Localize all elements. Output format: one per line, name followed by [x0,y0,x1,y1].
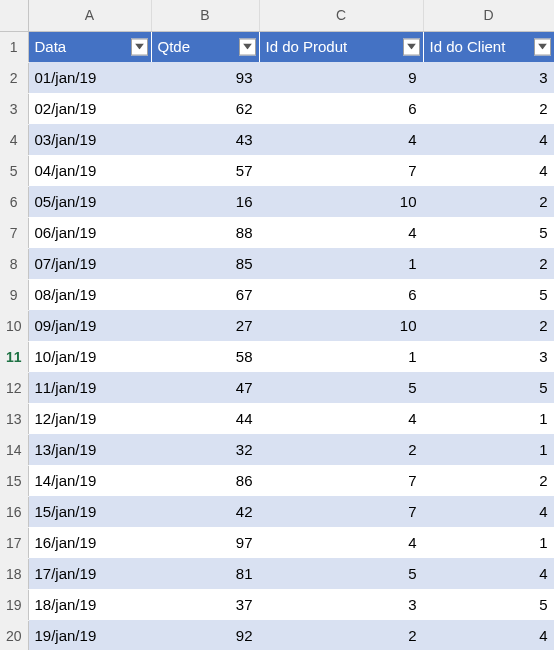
header-cell-data[interactable]: Data [28,31,151,62]
cell[interactable]: 10 [259,310,423,341]
cell[interactable]: 02/jan/19 [28,93,151,124]
row-header[interactable]: 10 [0,310,28,341]
cell[interactable]: 15/jan/19 [28,496,151,527]
cell[interactable]: 4 [423,155,554,186]
row-header[interactable]: 1 [0,31,28,62]
row-header[interactable]: 13 [0,403,28,434]
cell[interactable]: 14/jan/19 [28,465,151,496]
row-header[interactable]: 3 [0,93,28,124]
cell[interactable]: 2 [423,310,554,341]
cell[interactable]: 27 [151,310,259,341]
cell[interactable]: 4 [259,527,423,558]
cell[interactable]: 67 [151,279,259,310]
cell[interactable]: 5 [423,589,554,620]
cell[interactable]: 97 [151,527,259,558]
cell[interactable]: 5 [259,372,423,403]
cell[interactable]: 3 [423,341,554,372]
filter-dropdown-icon[interactable] [534,38,551,55]
column-header-b[interactable]: B [151,0,259,31]
cell[interactable]: 5 [259,558,423,589]
cell[interactable]: 7 [259,155,423,186]
cell[interactable]: 13/jan/19 [28,434,151,465]
cell[interactable]: 4 [259,403,423,434]
cell[interactable]: 3 [423,62,554,93]
cell[interactable]: 2 [423,465,554,496]
cell[interactable]: 3 [259,589,423,620]
header-cell-idproduto[interactable]: Id do Produt [259,31,423,62]
cell[interactable]: 43 [151,124,259,155]
header-cell-idcliente[interactable]: Id do Client [423,31,554,62]
cell[interactable]: 05/jan/19 [28,186,151,217]
row-header[interactable]: 17 [0,527,28,558]
filter-dropdown-icon[interactable] [239,38,256,55]
cell[interactable]: 5 [423,279,554,310]
cell[interactable]: 6 [259,93,423,124]
header-cell-qtde[interactable]: Qtde [151,31,259,62]
cell[interactable]: 1 [423,403,554,434]
cell[interactable]: 2 [423,93,554,124]
row-header[interactable]: 7 [0,217,28,248]
cell[interactable]: 11/jan/19 [28,372,151,403]
cell[interactable]: 16/jan/19 [28,527,151,558]
row-header[interactable]: 16 [0,496,28,527]
cell[interactable]: 92 [151,620,259,650]
cell[interactable]: 85 [151,248,259,279]
cell[interactable]: 18/jan/19 [28,589,151,620]
row-header[interactable]: 19 [0,589,28,620]
cell[interactable]: 7 [259,465,423,496]
row-header[interactable]: 9 [0,279,28,310]
cell[interactable]: 07/jan/19 [28,248,151,279]
cell[interactable]: 93 [151,62,259,93]
cell[interactable]: 37 [151,589,259,620]
cell[interactable]: 47 [151,372,259,403]
cell[interactable]: 12/jan/19 [28,403,151,434]
cell[interactable]: 06/jan/19 [28,217,151,248]
cell[interactable]: 9 [259,62,423,93]
column-header-c[interactable]: C [259,0,423,31]
cell[interactable]: 19/jan/19 [28,620,151,650]
cell[interactable]: 2 [259,620,423,650]
cell[interactable]: 1 [259,341,423,372]
cell[interactable]: 4 [259,124,423,155]
cell[interactable]: 1 [423,434,554,465]
cell[interactable]: 1 [259,248,423,279]
cell[interactable]: 81 [151,558,259,589]
row-header[interactable]: 18 [0,558,28,589]
cell[interactable]: 4 [259,217,423,248]
row-header[interactable]: 20 [0,620,28,650]
filter-dropdown-icon[interactable] [403,38,420,55]
cell[interactable]: 4 [423,496,554,527]
cell[interactable]: 57 [151,155,259,186]
column-header-a[interactable]: A [28,0,151,31]
cell[interactable]: 04/jan/19 [28,155,151,186]
cell[interactable]: 2 [259,434,423,465]
cell[interactable]: 88 [151,217,259,248]
cell[interactable]: 2 [423,186,554,217]
cell[interactable]: 86 [151,465,259,496]
cell[interactable]: 5 [423,372,554,403]
cell[interactable]: 10/jan/19 [28,341,151,372]
row-header[interactable]: 15 [0,465,28,496]
cell[interactable]: 4 [423,124,554,155]
cell[interactable]: 10 [259,186,423,217]
cell[interactable]: 17/jan/19 [28,558,151,589]
cell[interactable]: 32 [151,434,259,465]
row-header[interactable]: 4 [0,124,28,155]
cell[interactable]: 4 [423,558,554,589]
cell[interactable]: 1 [423,527,554,558]
row-header[interactable]: 14 [0,434,28,465]
cell[interactable]: 6 [259,279,423,310]
row-header[interactable]: 2 [0,62,28,93]
row-header[interactable]: 12 [0,372,28,403]
row-header[interactable]: 5 [0,155,28,186]
filter-dropdown-icon[interactable] [131,38,148,55]
row-header[interactable]: 11 [0,341,28,372]
cell[interactable]: 16 [151,186,259,217]
row-header[interactable]: 8 [0,248,28,279]
cell[interactable]: 4 [423,620,554,650]
cell[interactable]: 03/jan/19 [28,124,151,155]
cell[interactable]: 5 [423,217,554,248]
cell[interactable]: 58 [151,341,259,372]
cell[interactable]: 62 [151,93,259,124]
row-header[interactable]: 6 [0,186,28,217]
